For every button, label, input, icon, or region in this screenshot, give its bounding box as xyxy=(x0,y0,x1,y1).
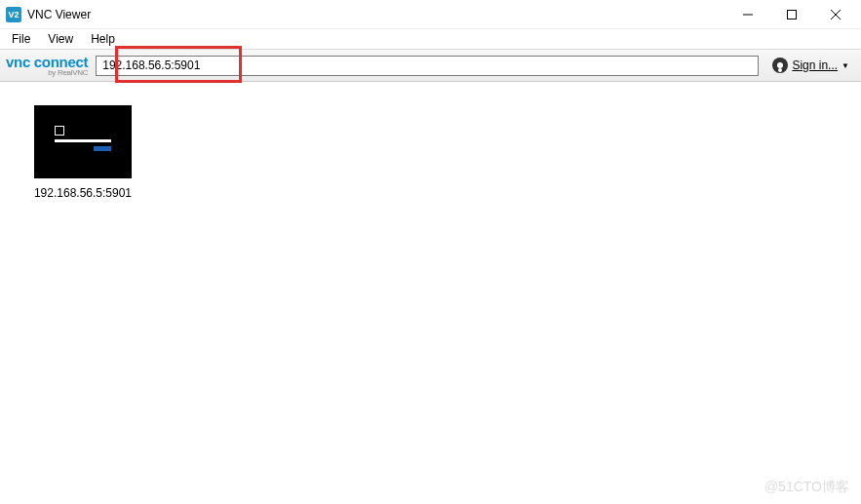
connection-thumbnail xyxy=(34,105,132,178)
address-bar xyxy=(96,56,759,76)
vnc-connect-logo: vnc connect by RealVNC xyxy=(6,55,88,77)
connections-area: 192.168.56.5:5901 xyxy=(0,82,861,223)
signin-button[interactable]: Sign in... ▼ xyxy=(766,56,855,75)
close-button[interactable] xyxy=(813,0,857,29)
window-title: VNC Viewer xyxy=(27,8,91,21)
watermark: @51CTO博客 xyxy=(764,479,849,496)
menu-help[interactable]: Help xyxy=(83,30,123,48)
connection-label: 192.168.56.5:5901 xyxy=(29,186,137,200)
menu-file[interactable]: File xyxy=(4,30,38,48)
signin-label: Sign in... xyxy=(792,58,838,72)
menubar: File View Help xyxy=(0,29,861,49)
connection-item[interactable]: 192.168.56.5:5901 xyxy=(29,105,137,200)
logo-subtext: by RealVNC xyxy=(6,69,88,77)
close-icon xyxy=(831,10,841,19)
menu-view[interactable]: View xyxy=(40,30,81,48)
logo-text: vnc connect xyxy=(6,55,88,69)
toolbar: vnc connect by RealVNC Sign in... ▼ xyxy=(0,49,861,82)
maximize-button[interactable] xyxy=(769,0,813,29)
svg-rect-1 xyxy=(787,10,796,19)
minimize-button[interactable] xyxy=(725,0,769,29)
titlebar: V2 VNC Viewer xyxy=(0,0,861,29)
minimize-icon xyxy=(743,10,753,19)
chevron-down-icon: ▼ xyxy=(841,61,849,70)
maximize-icon xyxy=(787,10,797,19)
address-input[interactable] xyxy=(96,56,759,76)
user-icon xyxy=(772,58,788,73)
app-icon: V2 xyxy=(6,7,21,22)
